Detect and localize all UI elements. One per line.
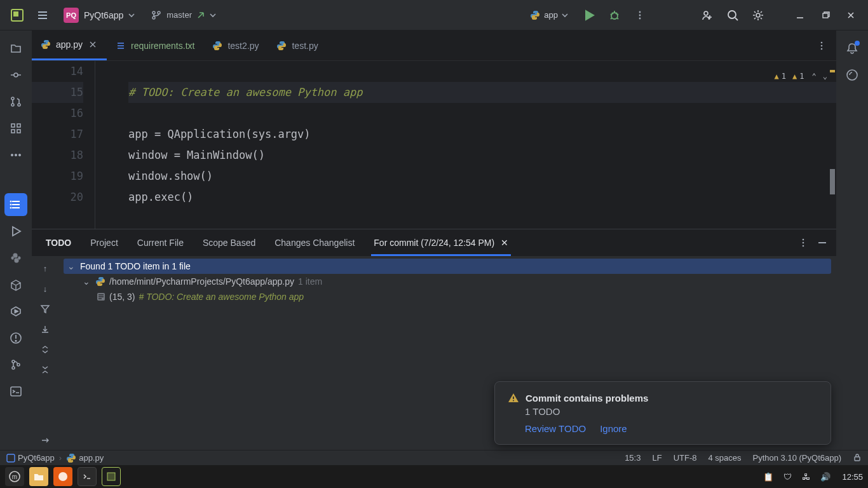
breadcrumb-separator: ›: [57, 453, 64, 463]
python-console-tool-button[interactable]: [4, 247, 27, 269]
tool-options-button[interactable]: [794, 229, 812, 256]
todo-tab-scope-based[interactable]: Scope Based: [194, 229, 264, 256]
breadcrumb-root[interactable]: PyQt6app: [18, 453, 55, 463]
tray-network-icon[interactable]: 🖧: [802, 472, 810, 482]
next-todo-button[interactable]: ↓: [36, 279, 55, 298]
expand-all-button[interactable]: [36, 340, 55, 359]
editor-tab-app-py[interactable]: app.py: [32, 30, 107, 60]
run-config-selector[interactable]: app: [524, 8, 574, 23]
svg-point-43: [513, 400, 514, 402]
python-icon: [212, 41, 222, 51]
status-encoding[interactable]: UTF-8: [674, 453, 697, 463]
git-tool-button[interactable]: [4, 353, 27, 376]
close-tab-icon[interactable]: ✕: [501, 238, 508, 248]
commit-tool-button[interactable]: [4, 64, 27, 86]
problems-tool-button[interactable]: [4, 327, 27, 349]
editor-tab-test-py[interactable]: test.py: [268, 30, 327, 60]
todo-tab-for-commit[interactable]: For commit (7/2/24, 12:54 PM) ✕: [365, 229, 517, 256]
services-tool-button[interactable]: [4, 300, 27, 323]
scroll-from-source-button[interactable]: [36, 431, 55, 450]
todo-file-row[interactable]: ⌄ /home/mint/PycharmProjects/PyQt6app/ap…: [64, 274, 831, 289]
collapse-all-button[interactable]: [36, 360, 55, 379]
os-taskbar: m 📋 🛡 🖧 🔊 12:55: [0, 465, 868, 488]
taskbar-pycharm-icon[interactable]: [102, 467, 121, 486]
python-icon: [530, 10, 540, 20]
chevron-down-icon[interactable]: ⌄: [81, 276, 92, 287]
terminal-tool-button[interactable]: [4, 380, 27, 403]
autoscroll-source-button[interactable]: [36, 320, 55, 339]
more-tools-button[interactable]: [4, 144, 27, 166]
os-clock[interactable]: 12:55: [842, 472, 863, 482]
pull-requests-tool-button[interactable]: [4, 90, 27, 113]
editor-tabs-more-button[interactable]: [811, 30, 832, 60]
close-tab-button[interactable]: [88, 39, 98, 50]
prev-todo-button[interactable]: ↑: [36, 259, 55, 278]
ai-assistant-tool-button[interactable]: [841, 64, 864, 86]
prev-highlight-button[interactable]: ⌃: [812, 66, 817, 87]
title-bar: PQ PyQt6app master app: [0, 0, 868, 30]
tab-label: test.py: [292, 41, 318, 51]
python-packages-tool-button[interactable]: [4, 273, 27, 296]
svg-point-9: [639, 17, 641, 19]
status-interpreter[interactable]: Python 3.10 (PyQt6app): [753, 453, 841, 463]
project-tool-button[interactable]: [4, 37, 27, 60]
main-menu-button[interactable]: [32, 4, 53, 26]
tray-clipboard-icon[interactable]: 📋: [763, 472, 773, 482]
todo-tab-current-file[interactable]: Current File: [128, 229, 193, 256]
todo-item-row[interactable]: (15, 3) # TODO: Create an awesome Python…: [64, 289, 831, 304]
status-indent[interactable]: 4 spaces: [708, 453, 741, 463]
svg-rect-19: [17, 124, 20, 127]
tray-shield-icon[interactable]: 🛡: [783, 472, 792, 482]
git-branch-selector[interactable]: master: [145, 8, 222, 23]
taskbar-firefox-icon[interactable]: [53, 467, 72, 486]
status-lock-icon[interactable]: [853, 453, 862, 463]
editor-tab-test2-py[interactable]: test2.py: [203, 30, 268, 60]
svg-point-48: [58, 472, 67, 481]
notification-action-ignore[interactable]: Ignore: [600, 423, 627, 434]
search-everywhere-button[interactable]: [722, 4, 743, 26]
notification-body: 1 TODO: [525, 406, 818, 417]
svg-point-31: [15, 340, 17, 341]
window-minimize-button[interactable]: [789, 4, 811, 26]
project-name: PyQt6app: [84, 10, 123, 20]
taskbar-terminal-icon[interactable]: [78, 467, 97, 486]
svg-point-41: [803, 245, 804, 247]
todo-tool-button[interactable]: [4, 193, 27, 216]
chevron-down-icon[interactable]: ⌄: [66, 261, 76, 271]
svg-rect-49: [107, 473, 115, 480]
inspection-widget[interactable]: ▲1 ▲1 ⌃ ⌄: [775, 66, 827, 87]
window-close-button[interactable]: [840, 4, 862, 26]
structure-tool-button[interactable]: [4, 117, 27, 140]
tray-sound-icon[interactable]: 🔊: [820, 472, 831, 482]
code-with-me-button[interactable]: [696, 4, 718, 26]
notification-action-review[interactable]: Review TODO: [525, 423, 586, 434]
svg-point-36: [821, 41, 823, 43]
tool-hide-button[interactable]: [813, 229, 831, 256]
more-run-actions-button[interactable]: [629, 4, 651, 26]
todo-tab-changelist[interactable]: Changes Changelist: [266, 229, 363, 256]
editor-gutter[interactable]: 14151617181920: [32, 61, 95, 229]
taskbar-files-icon[interactable]: [29, 467, 48, 486]
filter-todo-button[interactable]: [36, 299, 55, 318]
next-highlight-button[interactable]: ⌄: [823, 66, 827, 87]
editor-tab-requirements[interactable]: requirements.txt: [107, 30, 203, 60]
run-tool-button[interactable]: [4, 220, 27, 243]
todo-summary-row[interactable]: ⌄ Found 1 TODO item in 1 file: [64, 259, 831, 274]
todo-tab-project[interactable]: Project: [81, 229, 127, 256]
breadcrumb-file[interactable]: app.py: [79, 453, 104, 463]
status-caret[interactable]: 15:3: [625, 453, 641, 463]
os-menu-button[interactable]: m: [5, 467, 24, 486]
python-icon: [95, 276, 105, 287]
editor-content[interactable]: ▲1 ▲1 ⌃ ⌄ # TODO: Create an awesome Pyth…: [95, 61, 836, 229]
debug-button[interactable]: [604, 4, 625, 26]
svg-point-12: [756, 13, 760, 17]
editor-marker-strip[interactable]: [829, 61, 836, 229]
project-selector[interactable]: PQ PyQt6app: [57, 5, 141, 25]
window-restore-button[interactable]: [815, 4, 836, 26]
code-editor[interactable]: 14151617181920 ▲1 ▲1 ⌃ ⌄ # TODO: Create …: [32, 61, 836, 229]
settings-button[interactable]: [747, 4, 769, 26]
status-line-separator[interactable]: LF: [652, 453, 661, 463]
run-button[interactable]: [578, 4, 600, 26]
notifications-tool-button[interactable]: [841, 37, 864, 60]
svg-point-24: [18, 154, 20, 156]
